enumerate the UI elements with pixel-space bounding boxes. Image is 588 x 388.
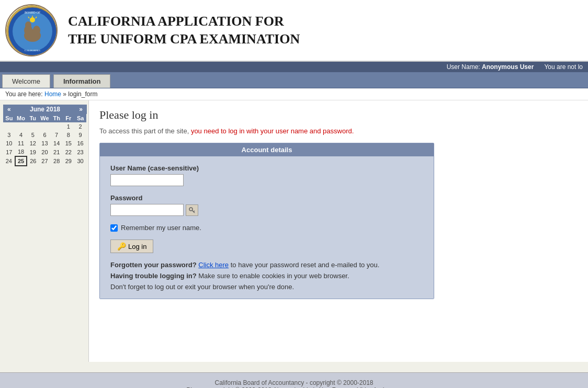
calendar-day-14[interactable]: 14 [51,139,63,147]
intro-text-before: To access this part of the site, [99,127,189,135]
calendar-day-13[interactable]: 13 [39,139,51,147]
username-label: User Name: [447,63,480,71]
intro-paragraph: To access this part of the site, you nee… [99,127,578,135]
cal-col-tu: Tu [27,114,39,122]
cal-col-fr: Fr [63,114,75,122]
calendar-day-23[interactable]: 23 [74,147,86,156]
calendar-day-25[interactable]: 25 [15,156,27,166]
svg-point-7 [30,17,35,22]
calendar-day-22[interactable]: 22 [63,147,75,156]
calendar-grid: Su Mo Tu We Th Fr Sa 1234567891011121314… [3,114,87,166]
svg-text:BOARD OF: BOARD OF [25,11,41,14]
forgotten-password-text: Forgotten your password? Click here to h… [110,261,423,269]
calendar-day-2[interactable]: 2 [74,122,86,131]
calendar-day-26[interactable]: 26 [27,156,39,166]
main-layout: « June 2018 » Su Mo Tu We Th Fr Sa [0,100,588,362]
calendar-day-30[interactable]: 30 [74,156,86,166]
calendar-day-29[interactable]: 29 [63,156,75,166]
calendar-day-18[interactable]: 18 [15,147,27,156]
password-key-button[interactable] [186,204,198,216]
calendar-day-24[interactable]: 24 [3,156,15,166]
footer-line1: California Board of Accountancy - copyri… [5,379,583,386]
title-line1: California Application for [68,14,284,29]
login-button-label: Log in [128,243,146,250]
page-title: Please log in [99,108,578,122]
calendar-day-21[interactable]: 21 [51,147,63,156]
trouble-bold: Having trouble logging in? [110,272,197,280]
nav-tab-information[interactable]: Information [53,74,111,88]
account-details-box: Account details User Name (case-sensitiv… [99,143,434,299]
forgotten-prefix: Forgotten your password? [110,261,197,269]
cal-col-su: Su [3,114,15,122]
calendar-day-1[interactable]: 1 [63,122,75,131]
breadcrumb-separator: » [63,90,66,98]
account-box-header: Account details [100,143,434,156]
login-icon: 🔑 [117,242,126,250]
username-value: Anonymous User [482,63,534,71]
calendar-day-3[interactable]: 3 [3,131,15,139]
svg-point-13 [189,208,193,211]
calendar-header: « June 2018 » [3,105,87,114]
nav-tab-welcome[interactable]: Welcome [2,74,50,88]
breadcrumb-prefix: You are here: [5,90,43,98]
navigation-bar: Welcome Information [0,72,588,88]
page-header: BOARD OF CALIFORNIA California Applicati… [0,0,588,62]
breadcrumb-home-link[interactable]: Home [44,90,61,98]
calendar-day-17[interactable]: 17 [3,147,15,156]
cal-col-th: Th [51,114,63,122]
breadcrumb: You are here: Home » login_form [0,88,588,100]
title-line2: the Uniform CPA Examination [68,31,300,47]
password-row [110,204,423,216]
calendar-day-7[interactable]: 7 [51,131,63,139]
cal-col-sa: Sa [74,114,86,122]
calendar-day-8[interactable]: 8 [63,131,75,139]
calendar-empty-cell [27,122,39,131]
trouble-logging-in-text: Having trouble logging in? Make sure to … [110,272,423,280]
calendar-prev-button[interactable]: « [5,106,13,113]
calendar-day-6[interactable]: 6 [39,131,51,139]
calendar-day-5[interactable]: 5 [27,131,39,139]
calendar-empty-cell [15,122,27,131]
site-title: California Application for the Uniform C… [68,13,300,48]
svg-line-15 [194,211,195,212]
calendar-day-19[interactable]: 19 [27,147,39,156]
calendar-empty-cell [51,122,63,131]
breadcrumb-current: login_form [68,90,97,98]
account-box-body: User Name (case-sensitive) Password [100,156,434,299]
username-display: User Name: Anonymous User [447,63,534,71]
calendar-empty-cell [39,122,51,131]
login-button[interactable]: 🔑 Log in [110,239,153,253]
remember-me-checkbox[interactable] [110,224,118,232]
calendar-month-title: June 2018 [30,106,60,113]
svg-point-6 [25,21,31,29]
calendar-widget: « June 2018 » Su Mo Tu We Th Fr Sa [3,105,87,166]
sidebar: « June 2018 » Su Mo Tu We Th Fr Sa [0,100,89,362]
password-label: Password [110,194,423,202]
not-logged-in-text: You are not lo [544,63,583,71]
page-footer: California Board of Accountancy - copyri… [0,372,588,388]
trouble-text: Make sure to enable cookies in your web … [198,272,349,280]
calendar-day-28[interactable]: 28 [51,156,63,166]
calendar-day-12[interactable]: 12 [27,139,39,147]
user-bar: User Name: Anonymous User You are not lo [0,62,588,72]
username-input[interactable] [110,174,184,186]
forgotten-password-link[interactable]: Click here [198,261,229,269]
intro-highlight: you need to log in with your user name a… [191,127,354,135]
forgotten-suffix: to have your password reset and e-mailed… [231,261,380,269]
calendar-next-button[interactable]: » [77,106,85,113]
calendar-day-10[interactable]: 10 [3,139,15,147]
calendar-day-9[interactable]: 9 [74,131,86,139]
calendar-day-27[interactable]: 27 [39,156,51,166]
calendar-day-15[interactable]: 15 [63,139,75,147]
remember-me-row: Remember my user name. [110,224,423,232]
svg-point-5 [33,26,40,35]
site-seal: BOARD OF CALIFORNIA [5,4,58,56]
password-input[interactable] [110,204,184,216]
calendar-day-11[interactable]: 11 [15,139,27,147]
calendar-empty-cell [3,122,15,131]
calendar-day-16[interactable]: 16 [74,139,86,147]
calendar-day-4[interactable]: 4 [15,131,27,139]
remember-me-label: Remember my user name. [121,224,201,232]
logout-reminder-text: Don't forget to log out or exit your bro… [110,283,423,291]
calendar-day-20[interactable]: 20 [39,147,51,156]
